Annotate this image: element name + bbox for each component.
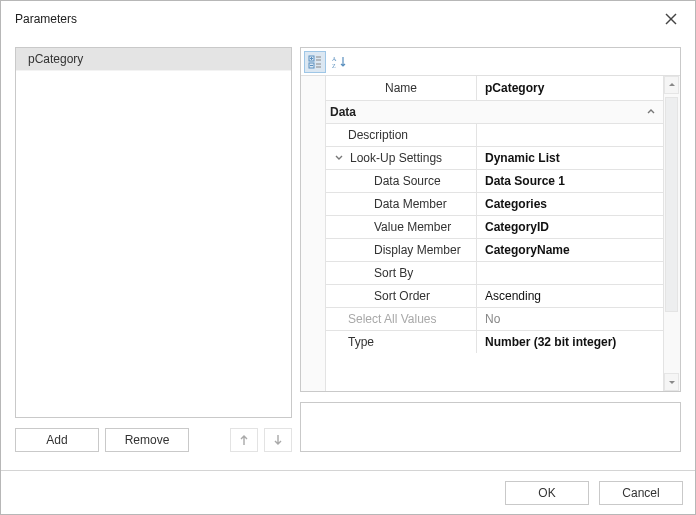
right-pane: A Z Name pCategory xyxy=(300,47,681,452)
sort-order-label: Sort Order xyxy=(326,285,477,307)
property-body: Name pCategory Data Description xyxy=(301,76,680,391)
name-label: Name xyxy=(326,76,477,100)
move-down-button[interactable] xyxy=(264,428,292,452)
list-item-label: pCategory xyxy=(28,52,83,66)
cancel-button-label: Cancel xyxy=(622,486,659,500)
section-data-label: Data xyxy=(330,105,356,119)
name-value[interactable]: pCategory xyxy=(477,76,663,100)
property-toolbar: A Z xyxy=(301,48,680,76)
expander-lookup[interactable] xyxy=(332,153,346,163)
scroll-thumb[interactable] xyxy=(665,97,678,312)
select-all-value: No xyxy=(477,308,663,330)
data-member-label: Data Member xyxy=(326,193,477,215)
remove-button[interactable]: Remove xyxy=(105,428,189,452)
property-grid: A Z Name pCategory xyxy=(300,47,681,392)
svg-text:A: A xyxy=(332,56,337,62)
move-up-button[interactable] xyxy=(230,428,258,452)
list-item[interactable]: pCategory xyxy=(16,48,291,71)
lookup-label: Look-Up Settings xyxy=(350,151,442,165)
row-lookup-settings[interactable]: Look-Up Settings Dynamic List xyxy=(326,146,663,169)
chevron-up-icon xyxy=(645,106,657,118)
display-member-value[interactable]: CategoryName xyxy=(477,239,663,261)
dialog-title: Parameters xyxy=(15,12,655,26)
sort-by-label: Sort By xyxy=(326,262,477,284)
value-member-label: Value Member xyxy=(326,216,477,238)
row-sort-by[interactable]: Sort By xyxy=(326,261,663,284)
close-icon xyxy=(665,13,677,25)
lookup-value[interactable]: Dynamic List xyxy=(477,147,663,169)
type-label: Type xyxy=(326,331,477,353)
title-bar: Parameters xyxy=(1,1,695,33)
categorized-view-button[interactable] xyxy=(304,51,326,73)
list-buttons: Add Remove xyxy=(15,428,292,452)
section-data[interactable]: Data xyxy=(326,100,663,123)
description-value[interactable] xyxy=(477,124,663,146)
value-member-value[interactable]: CategoryID xyxy=(477,216,663,238)
ok-button-label: OK xyxy=(538,486,555,500)
arrow-down-icon xyxy=(273,434,283,446)
row-sort-order[interactable]: Sort Order Ascending xyxy=(326,284,663,307)
row-value-member[interactable]: Value Member CategoryID xyxy=(326,215,663,238)
type-value[interactable]: Number (32 bit integer) xyxy=(477,331,663,353)
parameters-dialog: Parameters pCategory Add Remove xyxy=(0,0,696,515)
remove-button-label: Remove xyxy=(125,433,170,447)
property-table: Name pCategory Data Description xyxy=(326,76,663,391)
svg-text:Z: Z xyxy=(332,63,336,69)
row-data-source[interactable]: Data Source Data Source 1 xyxy=(326,169,663,192)
select-all-label: Select All Values xyxy=(326,308,477,330)
display-member-label: Display Member xyxy=(326,239,477,261)
add-button[interactable]: Add xyxy=(15,428,99,452)
data-source-label: Data Source xyxy=(326,170,477,192)
row-description[interactable]: Description xyxy=(326,123,663,146)
cancel-button[interactable]: Cancel xyxy=(599,481,683,505)
triangle-down-icon xyxy=(668,378,676,386)
description-label: Description xyxy=(326,124,477,146)
data-member-value[interactable]: Categories xyxy=(477,193,663,215)
data-source-value[interactable]: Data Source 1 xyxy=(477,170,663,192)
row-display-member[interactable]: Display Member CategoryName xyxy=(326,238,663,261)
row-select-all: Select All Values No xyxy=(326,307,663,330)
sort-order-value[interactable]: Ascending xyxy=(477,285,663,307)
dialog-footer: OK Cancel xyxy=(1,470,695,514)
chevron-down-icon xyxy=(334,153,344,163)
parameter-list[interactable]: pCategory xyxy=(15,47,292,418)
left-pane: pCategory Add Remove xyxy=(15,47,292,452)
categorized-icon xyxy=(308,55,322,69)
triangle-up-icon xyxy=(668,81,676,89)
sort-by-value[interactable] xyxy=(477,262,663,284)
scroll-up-button[interactable] xyxy=(664,76,679,94)
alphabetical-view-button[interactable]: A Z xyxy=(328,51,350,73)
property-gutter xyxy=(301,76,326,391)
property-scrollbar[interactable] xyxy=(663,76,680,391)
add-button-label: Add xyxy=(46,433,67,447)
row-name[interactable]: Name pCategory xyxy=(326,76,663,100)
row-type[interactable]: Type Number (32 bit integer) xyxy=(326,330,663,353)
arrow-up-icon xyxy=(239,434,249,446)
scroll-down-button[interactable] xyxy=(664,373,679,391)
sort-az-icon: A Z xyxy=(332,55,346,69)
close-button[interactable] xyxy=(655,6,687,32)
dialog-body: pCategory Add Remove xyxy=(1,33,695,470)
description-panel xyxy=(300,402,681,452)
row-data-member[interactable]: Data Member Categories xyxy=(326,192,663,215)
ok-button[interactable]: OK xyxy=(505,481,589,505)
